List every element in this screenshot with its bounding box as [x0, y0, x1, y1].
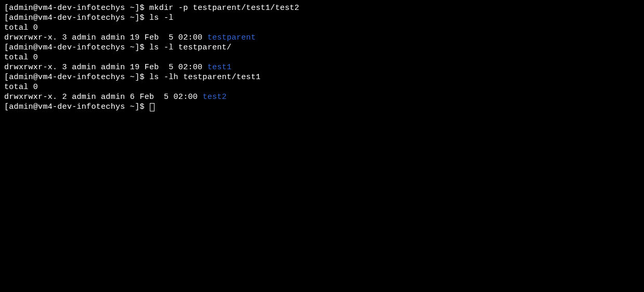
shell-prompt: [admin@vm4-dev-infotechys ~]$	[4, 14, 149, 22]
terminal-line: [admin@vm4-dev-infotechys ~]$ ls -l test…	[4, 43, 640, 53]
terminal-line: [admin@vm4-dev-infotechys ~]$ ls -lh tes…	[4, 72, 640, 82]
shell-prompt: [admin@vm4-dev-infotechys ~]$	[4, 4, 149, 12]
terminal-output: total 0	[4, 23, 640, 33]
ls-entry-prefix: drwxrwxr-x. 3 admin admin 19 Feb 5 02:00	[4, 33, 208, 42]
terminal-line: [admin@vm4-dev-infotechys ~]$ mkdir -p t…	[4, 3, 640, 13]
ls-entry-prefix: drwxrwxr-x. 2 admin admin 6 Feb 5 02:00	[4, 93, 202, 101]
terminal-output: total 0	[4, 53, 640, 62]
command-text: ls -l	[149, 14, 174, 22]
command-text: ls -l testparent/	[149, 43, 231, 52]
shell-prompt: [admin@vm4-dev-infotechys ~]$	[4, 103, 149, 111]
terminal-output: total 0	[4, 82, 640, 92]
terminal-output: drwxrwxr-x. 2 admin admin 6 Feb 5 02:00 …	[4, 92, 640, 102]
shell-prompt: [admin@vm4-dev-infotechys ~]$	[4, 43, 149, 52]
terminal-output: drwxrwxr-x. 3 admin admin 19 Feb 5 02:00…	[4, 62, 640, 72]
directory-name: testparent	[208, 33, 256, 42]
directory-name: test1	[208, 63, 232, 72]
terminal-line: [admin@vm4-dev-infotechys ~]$ ls -l	[4, 13, 640, 23]
terminal-output: drwxrwxr-x. 3 admin admin 19 Feb 5 02:00…	[4, 33, 640, 43]
directory-name: test2	[202, 93, 227, 101]
command-text: mkdir -p testparent/test1/test2	[149, 4, 299, 12]
command-text: ls -lh testparent/test1	[149, 73, 261, 82]
cursor-icon	[150, 103, 154, 111]
ls-entry-prefix: drwxrwxr-x. 3 admin admin 19 Feb 5 02:00	[4, 63, 208, 72]
shell-prompt: [admin@vm4-dev-infotechys ~]$	[4, 73, 149, 82]
terminal-line[interactable]: [admin@vm4-dev-infotechys ~]$	[4, 102, 640, 112]
